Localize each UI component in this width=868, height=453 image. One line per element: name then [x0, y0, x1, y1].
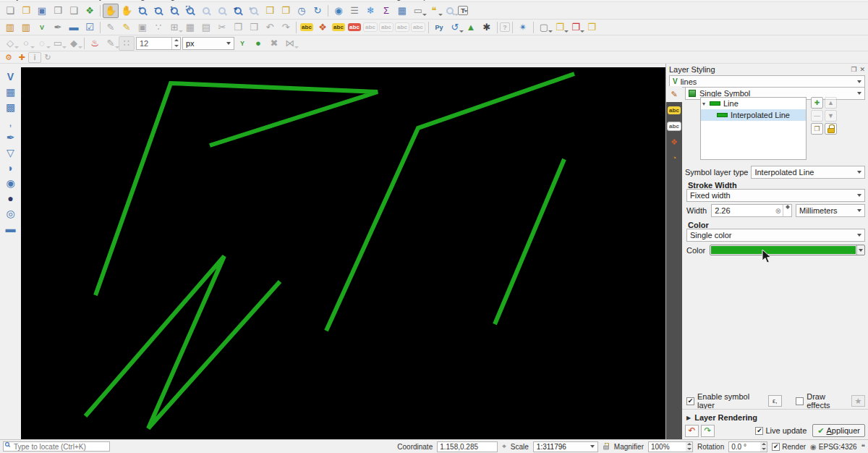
add-raster-layer-icon[interactable]: ▦: [3, 85, 19, 99]
zoom-full-icon[interactable]: ⛶: [182, 4, 198, 18]
crs-status[interactable]: EPSG:4326: [819, 443, 857, 451]
tab-symbology[interactable]: ✎: [666, 86, 682, 102]
spinner-buttons[interactable]: [171, 38, 180, 49]
style-undo-button[interactable]: ↶: [685, 425, 699, 437]
python-console-icon[interactable]: Py: [431, 20, 447, 35]
color-dropdown[interactable]: [856, 245, 864, 255]
menu-item-database[interactable]: Database: [262, 0, 296, 1]
menu-item-help[interactable]: Help: [412, 0, 428, 1]
zoom-out-icon[interactable]: −: [150, 4, 166, 18]
scale-combo[interactable]: 1:311796: [533, 441, 598, 452]
enable-symbol-layer-checkbox[interactable]: ✔: [686, 397, 694, 405]
duplicate-symbol-layer-button[interactable]: ❐: [811, 123, 823, 135]
menu-item-processing[interactable]: Processing: [362, 0, 401, 1]
processing-history-icon[interactable]: ↺: [447, 20, 463, 35]
extents-toggle-icon[interactable]: ⌖: [502, 442, 506, 451]
new-print-layout-icon[interactable]: ❒: [50, 4, 66, 18]
spinner-buttons[interactable]: [760, 441, 767, 452]
menu-item-layer[interactable]: Layer: [90, 0, 111, 1]
live-update-checkbox[interactable]: ✔: [755, 427, 763, 435]
temporal-controller-icon[interactable]: ◷: [294, 4, 310, 18]
menu-item-raster[interactable]: Raster: [228, 0, 251, 1]
lock-color-button[interactable]: [825, 123, 837, 135]
close-panel-icon[interactable]: ✕: [859, 66, 865, 73]
add-mesh-layer-icon[interactable]: ▩: [3, 100, 19, 114]
zoom-in-icon[interactable]: +: [135, 4, 150, 18]
pan-to-selection-icon[interactable]: ✋: [119, 4, 135, 18]
add-postgis-layer-icon[interactable]: ▽: [3, 145, 19, 160]
new-shapefile-layer-icon[interactable]: V: [34, 20, 50, 35]
messages-icon[interactable]: ❝: [861, 443, 865, 451]
layer-diagram-icon[interactable]: ❖: [315, 20, 331, 35]
snapping-unit-combo[interactable]: px: [182, 37, 234, 50]
open-project-icon[interactable]: ❐: [18, 4, 34, 18]
render-checkbox[interactable]: ✔: [772, 443, 780, 451]
add-wfs-layer-icon[interactable]: ◎: [3, 206, 19, 221]
snapping-tolerance-spinbox[interactable]: 12: [136, 37, 181, 50]
add-virtual-layer-icon[interactable]: ▬: [3, 221, 19, 236]
first-aid-plugin-icon[interactable]: ✱: [479, 20, 495, 35]
add-spatialite-layer-icon[interactable]: ✒: [3, 130, 19, 145]
spinner-buttons[interactable]: [686, 441, 693, 452]
add-oracle-layer-icon[interactable]: ◗: [3, 161, 19, 175]
data-defined-override-icon[interactable]: ε,: [768, 395, 782, 407]
select-by-form-icon[interactable]: ☰: [346, 4, 362, 18]
show-bookmarks-icon[interactable]: ❐: [278, 4, 294, 18]
add-mesh-element-icon[interactable]: ✚: [15, 52, 28, 63]
tree-row-line[interactable]: ▾ Line: [701, 98, 806, 109]
save-project-icon[interactable]: ▣: [34, 4, 50, 18]
map-canvas[interactable]: [21, 67, 665, 439]
select-by-expression-icon[interactable]: ❐: [584, 20, 600, 35]
menu-item-web[interactable]: Web: [306, 0, 322, 1]
metasearch-icon[interactable]: ✴: [515, 20, 531, 35]
measure-icon[interactable]: ▭: [410, 4, 426, 18]
new-temporary-layer-icon[interactable]: ▬: [66, 20, 82, 35]
new-bookmark-icon[interactable]: ❒: [262, 4, 278, 18]
style-redo-button[interactable]: ↷: [701, 425, 715, 437]
text-annotation-icon[interactable]: T: [458, 6, 468, 15]
width-spinbox[interactable]: 2.26 ⊗: [711, 204, 792, 217]
float-panel-icon[interactable]: ❐: [851, 66, 856, 73]
collapse-arrow-icon[interactable]: ▶: [686, 415, 691, 421]
add-data-icon[interactable]: ▥: [18, 20, 34, 35]
new-project-icon[interactable]: ❏: [2, 4, 18, 18]
style-manager-icon[interactable]: ❖: [82, 4, 98, 18]
locator-input[interactable]: [3, 441, 110, 452]
menu-item-project[interactable]: Project: [4, 0, 29, 1]
statistical-summary-icon[interactable]: Σ: [378, 4, 394, 18]
dem-terrain-icon[interactable]: ▲: [463, 20, 479, 35]
add-wms-layer-icon[interactable]: ◉: [3, 176, 19, 190]
scale-lock-icon[interactable]: [603, 441, 610, 452]
add-delimited-text-icon[interactable]: ,: [3, 115, 19, 130]
layout-manager-icon[interactable]: ❑: [66, 4, 82, 18]
pan-map-icon[interactable]: ✋: [103, 4, 119, 18]
stroke-width-mode-combo[interactable]: Fixed width: [686, 189, 865, 202]
menu-item-vector[interactable]: Vector: [195, 0, 218, 1]
layer-labeling-icon[interactable]: abc: [299, 20, 315, 35]
snapping-toggle-icon[interactable]: ♨: [87, 36, 103, 51]
attribute-table-icon[interactable]: ▦: [394, 4, 410, 18]
expander-icon[interactable]: ▾: [702, 101, 708, 107]
menu-item-settings[interactable]: Settings: [120, 0, 149, 1]
tab-labels[interactable]: abc: [666, 102, 682, 118]
draw-effects-checkbox[interactable]: [796, 397, 804, 405]
add-vector-layer-icon[interactable]: V: [3, 69, 19, 84]
snapping-on-intersection-icon[interactable]: ●: [250, 36, 266, 51]
toggle-editing-icon[interactable]: ✎: [119, 20, 135, 35]
data-source-manager-icon[interactable]: ▥: [2, 20, 18, 35]
spinner-buttons[interactable]: [783, 205, 791, 216]
symbol-layer-tree[interactable]: ▾ Line Interpolated Line: [700, 97, 807, 160]
clear-value-icon[interactable]: ⊗: [775, 207, 783, 215]
topological-editing-icon[interactable]: Y: [234, 36, 250, 51]
select-features-icon[interactable]: ▢: [536, 20, 552, 35]
tab-masks[interactable]: abc: [666, 118, 682, 134]
deselect-features-icon[interactable]: ❐: [568, 20, 584, 35]
tree-row-interpolated-line[interactable]: Interpolated Line: [701, 109, 806, 121]
zoom-last-icon[interactable]: ◂: [230, 4, 246, 18]
add-symbol-layer-button[interactable]: ✚: [811, 97, 823, 109]
color-button[interactable]: [710, 245, 865, 255]
new-virtual-layer-icon[interactable]: ☑: [82, 20, 98, 35]
menu-item-plugins[interactable]: Plugins: [159, 0, 185, 1]
magnifier-spinbox[interactable]: 100%: [648, 441, 693, 452]
new-geopackage-layer-icon[interactable]: ✒: [50, 20, 66, 35]
